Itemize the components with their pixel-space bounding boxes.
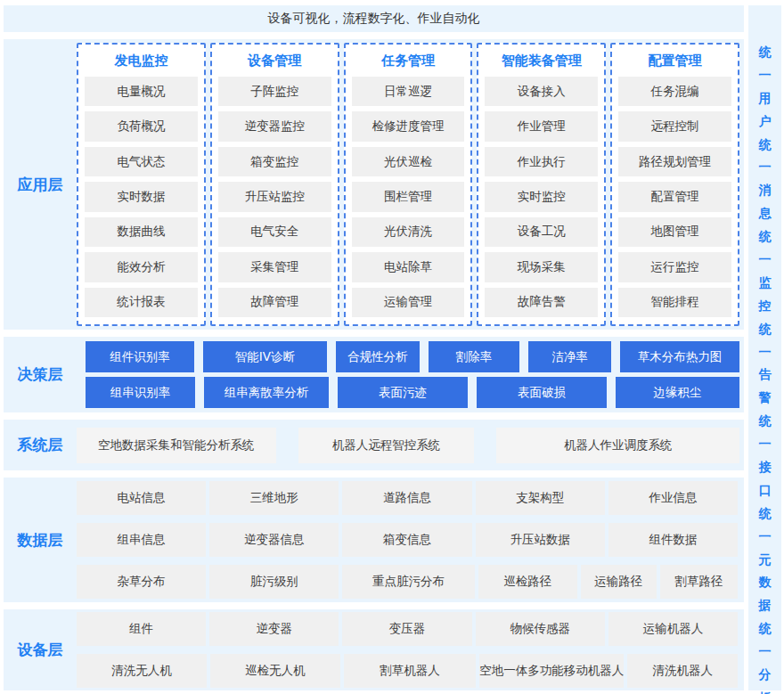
metric-chip: 洁净率: [528, 341, 611, 372]
system-item: 空地数据采集和智能分析系统: [77, 428, 276, 463]
system-items: 空地数据采集和智能分析系统 机器人远程智控系统 机器人作业调度系统: [77, 420, 744, 470]
device-item: 运输机器人: [608, 612, 738, 646]
module-cell: 电气状态: [85, 147, 198, 176]
module-cell: 作业管理: [485, 111, 598, 141]
module-cell: 检修进度管理: [352, 111, 465, 141]
module-cell: 路径规划管理: [618, 147, 731, 176]
diagram-main-column: 设备可视化，流程数字化、作业自动化 应用层 发电监控 电量概况 负荷概况 电气状…: [4, 5, 744, 690]
module-cell: 升压站监控: [218, 182, 331, 211]
module-cell: 统计报表: [85, 288, 198, 317]
module-cell: 设备接入: [485, 77, 598, 106]
data-item: 逆变器信息: [209, 523, 339, 557]
metric-chip: 表面破损: [477, 377, 607, 408]
module-cell: 光伏清洗: [352, 217, 465, 247]
module-cell: 电站除草: [352, 252, 465, 282]
metric-chip: 合规性分析: [336, 341, 420, 372]
rail-label-unified-alarm: 统一告警: [758, 318, 772, 411]
module-cell: 数据曲线: [85, 217, 198, 247]
metric-chip: 组串识别率: [86, 377, 195, 408]
app-column-equipment-management: 设备管理 子阵监控 逆变器监控 箱变监控 升压站监控 电气安全 采集管理 故障管…: [210, 43, 339, 326]
metric-chip: 割除率: [429, 341, 519, 372]
layer-application: 应用层 发电监控 电量概况 负荷概况 电气状态 实时数据 数据曲线 能效分析 统…: [4, 39, 744, 330]
column-title: 配置管理: [618, 50, 731, 71]
device-rows: 组件 逆变器 变压器 物候传感器 运输机器人 清洗无人机 巡检无人机 割草机器人…: [77, 609, 744, 690]
architecture-diagram: 设备可视化，流程数字化、作业自动化 应用层 发电监控 电量概况 负荷概况 电气状…: [0, 0, 784, 694]
layer-decision: 决策层 组件识别率 智能IV诊断 合规性分析 割除率 洁净率 草木分布热力图 组…: [4, 337, 744, 412]
app-column-power-generation-monitoring: 发电监控 电量概况 负荷概况 电气状态 实时数据 数据曲线 能效分析 统计报表: [77, 43, 206, 326]
device-item: 清洗机器人: [627, 654, 738, 688]
data-item: 割草路径: [660, 565, 738, 599]
module-cell: 任务混编: [618, 77, 731, 106]
module-cell: 设备工况: [485, 217, 598, 247]
module-cell: 电量概况: [85, 77, 198, 106]
layer-label-device: 设备层: [4, 609, 77, 690]
layer-system: 系统层 空地数据采集和智能分析系统 机器人远程智控系统 机器人作业调度系统: [4, 420, 744, 470]
column-title: 任务管理: [352, 50, 465, 71]
module-cell: 智能排程: [618, 288, 731, 317]
module-cell: 子阵监控: [218, 77, 331, 106]
data-item: 三维地形: [209, 481, 339, 515]
data-item: 组件数据: [608, 523, 738, 557]
layer-label-application: 应用层: [4, 39, 77, 330]
data-item: 脏污级别: [209, 565, 339, 599]
device-item: 空地一体多功能移动机器人: [479, 654, 624, 688]
device-item: 巡检无人机: [210, 654, 340, 688]
layer-label-data: 数据层: [4, 478, 77, 602]
module-cell: 负荷概况: [85, 111, 198, 141]
module-cell: 箱变监控: [218, 147, 331, 176]
data-item: 作业信息: [608, 481, 738, 515]
data-item: 升压站数据: [476, 523, 605, 557]
module-cell: 运输管理: [352, 288, 465, 317]
data-item: 杂草分布: [77, 565, 206, 599]
device-item: 逆变器: [209, 612, 339, 646]
app-column-configuration-management: 配置管理 任务混编 远程控制 路径规划管理 配置管理 地图管理 运行监控 智能排…: [610, 43, 739, 326]
rail-label-unified-monitoring: 统一监控: [758, 225, 772, 318]
decision-row-2: 组串识别率 组串离散率分析 表面污迹 表面破损 边缘积尘: [86, 377, 739, 408]
data-item: 组串信息: [77, 523, 206, 557]
module-cell: 围栏管理: [352, 182, 465, 211]
module-cell: 能效分析: [85, 252, 198, 282]
device-row-1: 组件 逆变器 变压器 物候传感器 运输机器人: [77, 612, 738, 646]
module-cell: 配置管理: [618, 182, 731, 211]
module-cell: 逆变器监控: [218, 111, 331, 141]
metric-chip: 草木分布热力图: [620, 341, 739, 372]
banner-text: 设备可视化，流程数字化、作业自动化: [268, 11, 480, 27]
metric-chip: 表面污迹: [338, 377, 468, 408]
module-cell: 实时数据: [85, 182, 198, 211]
rail-label-unified-interface: 统一接口: [758, 410, 772, 502]
module-cell: 故障告警: [485, 288, 598, 317]
module-cell: 地图管理: [618, 217, 731, 247]
module-cell: 作业执行: [485, 147, 598, 176]
data-item: 重点脏污分布: [342, 565, 474, 599]
data-rows: 电站信息 三维地形 道路信息 支架构型 作业信息 组串信息 逆变器信息 箱变信息…: [77, 478, 744, 602]
decision-rows: 组件识别率 智能IV诊断 合规性分析 割除率 洁净率 草木分布热力图 组串识别率…: [77, 337, 744, 412]
metric-chip: 组串离散率分析: [204, 377, 329, 408]
column-title: 智能装备管理: [485, 50, 598, 71]
data-row-3: 杂草分布 脏污级别 重点脏污分布 巡检路径 运输路径 割草路径: [77, 565, 738, 599]
unified-services-rail: 统一用户 统一消息 统一监控 统一告警 统一接口 统一元数据 统一分析 统一标准: [748, 5, 781, 690]
device-item: 物候传感器: [476, 612, 605, 646]
column-title: 设备管理: [218, 50, 331, 71]
data-item: 运输路径: [581, 565, 657, 599]
module-cell: 采集管理: [218, 252, 331, 282]
app-column-smart-equipment-management: 智能装备管理 设备接入 作业管理 作业执行 实时监控 设备工况 现场采集 故障告…: [477, 43, 606, 326]
layer-device: 设备层 组件 逆变器 变压器 物候传感器 运输机器人 清洗无人机 巡检无人机 割…: [4, 609, 744, 690]
system-item: 机器人作业调度系统: [496, 428, 739, 463]
device-item: 清洗无人机: [77, 654, 207, 688]
data-row-2: 组串信息 逆变器信息 箱变信息 升压站数据 组件数据: [77, 523, 738, 557]
layer-label-system: 系统层: [4, 420, 77, 470]
module-cell: 光伏巡检: [352, 147, 465, 176]
module-cell: 日常巡逻: [352, 77, 465, 106]
device-item: 变压器: [342, 612, 471, 646]
app-column-task-management: 任务管理 日常巡逻 检修进度管理 光伏巡检 围栏管理 光伏清洗 电站除草 运输管…: [344, 43, 473, 326]
device-row-2: 清洗无人机 巡检无人机 割草机器人 空地一体多功能移动机器人 清洗机器人: [77, 654, 738, 688]
data-item: 箱变信息: [342, 523, 471, 557]
rail-label-unified-metadata: 统一元数据: [758, 502, 772, 617]
data-item: 道路信息: [342, 481, 471, 515]
module-cell: 运行监控: [618, 252, 731, 282]
module-cell: 远程控制: [618, 111, 731, 141]
rail-label-unified-analysis: 统一分析: [758, 617, 772, 694]
device-item: 组件: [77, 612, 206, 646]
metric-chip: 边缘积尘: [616, 377, 739, 408]
layer-label-decision: 决策层: [4, 337, 77, 412]
